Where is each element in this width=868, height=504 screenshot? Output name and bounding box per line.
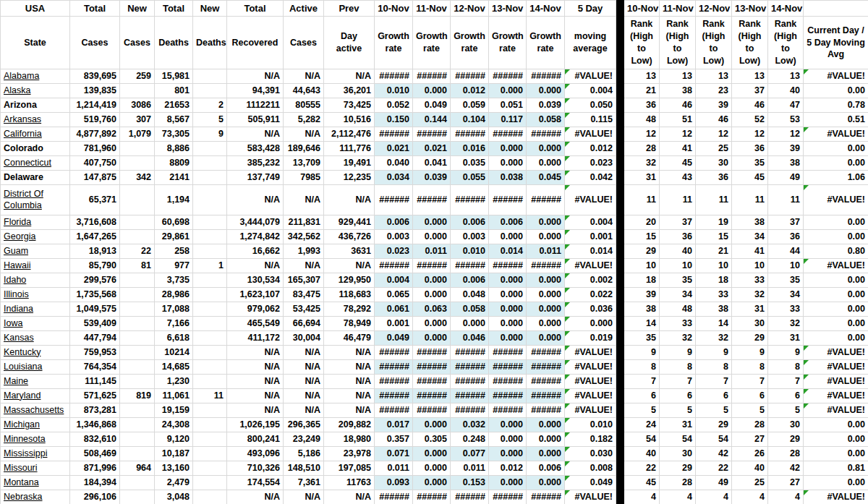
cell-rank-13-nov[interactable]: 29	[732, 331, 768, 346]
cell-new-deaths[interactable]	[193, 142, 227, 156]
cell-prev-day-active[interactable]: 436,726	[324, 230, 375, 244]
cell-new-deaths[interactable]	[193, 490, 227, 504]
cell-total-cases[interactable]: 759,953	[70, 346, 120, 360]
cell-current-ratio[interactable]: #VALUE!	[804, 389, 868, 403]
cell-rank-12-nov[interactable]: 46	[696, 113, 732, 127]
cell-growth-10-nov[interactable]: 0.071	[375, 447, 413, 461]
cell-moving-average[interactable]: 0.004	[565, 84, 616, 98]
cell-new-cases[interactable]	[120, 273, 155, 288]
header-growth-11-nov[interactable]: 11-Nov	[413, 1, 451, 17]
cell-rank-10-nov[interactable]: 18	[624, 273, 660, 288]
cell-growth-13-nov[interactable]: 0.117	[489, 113, 527, 127]
cell-total-recovered[interactable]: 710,326	[227, 461, 284, 476]
cell-total-deaths[interactable]: 15,981	[155, 69, 193, 84]
cell-rank-10-nov[interactable]: 48	[624, 113, 660, 127]
cell-growth-14-nov[interactable]: 0.000	[527, 331, 565, 346]
cell-new-cases[interactable]	[120, 432, 155, 447]
cell-total-recovered[interactable]: 505,911	[227, 113, 284, 127]
cell-new-deaths[interactable]	[193, 171, 227, 185]
cell-rank-10-nov[interactable]: 11	[624, 185, 660, 215]
cell-current-ratio[interactable]: #VALUE!	[804, 69, 868, 84]
cell-current-ratio[interactable]: 0.81	[804, 461, 868, 476]
cell-current-ratio[interactable]: 0.00	[804, 302, 868, 317]
cell-moving-average[interactable]: #VALUE!	[565, 490, 616, 504]
cell-new-cases[interactable]	[120, 360, 155, 375]
cell-state[interactable]: Florida	[1, 215, 70, 230]
cell-new-cases[interactable]	[120, 215, 155, 230]
cell-rank-10-nov[interactable]: 12	[624, 127, 660, 142]
cell-new-cases[interactable]	[120, 331, 155, 346]
cell-growth-12-nov[interactable]: ######	[451, 69, 489, 84]
cell-moving-average[interactable]: 0.014	[565, 244, 616, 259]
cell-rank-10-nov[interactable]: 39	[624, 288, 660, 302]
cell-active-cases[interactable]: 13,709	[284, 156, 324, 171]
cell-rank-13-nov[interactable]: 5	[732, 403, 768, 418]
cell-growth-10-nov[interactable]: ######	[375, 360, 413, 375]
cell-moving-average[interactable]: #VALUE!	[565, 389, 616, 403]
cell-rank-11-nov[interactable]: 34	[660, 288, 696, 302]
cell-moving-average[interactable]: #VALUE!	[565, 360, 616, 375]
cell-total-recovered[interactable]: 174,554	[227, 476, 284, 490]
header-growth-13-nov[interactable]: Growth rate	[489, 17, 527, 69]
cell-total-cases[interactable]: 4,877,892	[70, 127, 120, 142]
cell-total-recovered[interactable]: 3,444,079	[227, 215, 284, 230]
cell-prev-day-active[interactable]: N/A	[324, 375, 375, 389]
cell-growth-12-nov[interactable]: 0.153	[451, 476, 489, 490]
cell-rank-12-nov[interactable]: 15	[696, 230, 732, 244]
cell-current-ratio[interactable]: 0.00	[804, 142, 868, 156]
cell-total-deaths[interactable]: 17,088	[155, 302, 193, 317]
cell-moving-average[interactable]: #VALUE!	[565, 403, 616, 418]
cell-growth-11-nov[interactable]: 0.000	[413, 230, 451, 244]
cell-total-deaths[interactable]: 13,160	[155, 461, 193, 476]
cell-state[interactable]: Massachusetts	[1, 403, 70, 418]
cell-current-ratio[interactable]: #VALUE!	[804, 360, 868, 375]
cell-total-cases[interactable]: 296,106	[70, 490, 120, 504]
cell-growth-12-nov[interactable]: ######	[451, 346, 489, 360]
cell-active-cases[interactable]: 53,425	[284, 302, 324, 317]
cell-rank-13-nov[interactable]: 37	[732, 84, 768, 98]
header-current-ratio[interactable]: Current Day / 5 Day Moving Avg	[804, 17, 868, 69]
cell-growth-14-nov[interactable]: 0.000	[527, 302, 565, 317]
cell-total-deaths[interactable]: 3,735	[155, 273, 193, 288]
cell-rank-12-nov[interactable]: 21	[696, 244, 732, 259]
cell-total-recovered[interactable]: 493,096	[227, 447, 284, 461]
cell-current-ratio[interactable]: 0.00	[804, 215, 868, 230]
cell-active-cases[interactable]: N/A	[284, 360, 324, 375]
cell-rank-12-nov[interactable]: 9	[696, 346, 732, 360]
cell-rank-10-nov[interactable]: 36	[624, 98, 660, 113]
cell-rank-14-nov[interactable]: 8	[768, 360, 804, 375]
cell-rank-12-nov[interactable]: 42	[696, 447, 732, 461]
header-moving-average[interactable]: moving average	[565, 17, 616, 69]
cell-current-ratio[interactable]: 0.00	[804, 418, 868, 432]
cell-total-cases[interactable]: 873,281	[70, 403, 120, 418]
cell-growth-13-nov[interactable]: ######	[489, 185, 527, 215]
cell-growth-14-nov[interactable]: 0.006	[527, 461, 565, 476]
cell-total-deaths[interactable]: 10,187	[155, 447, 193, 461]
cell-rank-14-nov[interactable]: 36	[768, 230, 804, 244]
cell-total-cases[interactable]: 147,875	[70, 171, 120, 185]
header-total-cases[interactable]: Total	[70, 1, 120, 17]
cell-current-ratio[interactable]: 0.00	[804, 432, 868, 447]
cell-rank-13-nov[interactable]: 32	[732, 288, 768, 302]
cell-prev-day-active[interactable]: N/A	[324, 403, 375, 418]
cell-rank-11-nov[interactable]: 10	[660, 259, 696, 273]
cell-new-cases[interactable]	[120, 156, 155, 171]
cell-prev-day-active[interactable]: N/A	[324, 490, 375, 504]
cell-growth-13-nov[interactable]: 0.051	[489, 98, 527, 113]
cell-total-recovered[interactable]: N/A	[227, 185, 284, 215]
cell-growth-10-nov[interactable]: 0.010	[375, 84, 413, 98]
cell-new-cases[interactable]	[120, 447, 155, 461]
cell-growth-11-nov[interactable]: ######	[413, 490, 451, 504]
cell-rank-10-nov[interactable]: 4	[624, 490, 660, 504]
cell-rank-12-nov[interactable]: 30	[696, 156, 732, 171]
cell-moving-average[interactable]: 0.023	[565, 156, 616, 171]
cell-growth-14-nov[interactable]: 0.011	[527, 244, 565, 259]
cell-prev-day-active[interactable]: 111,776	[324, 142, 375, 156]
cell-growth-13-nov[interactable]: 0.012	[489, 461, 527, 476]
cell-new-deaths[interactable]	[193, 288, 227, 302]
cell-rank-13-nov[interactable]: 4	[732, 490, 768, 504]
cell-total-recovered[interactable]: N/A	[227, 375, 284, 389]
cell-growth-10-nov[interactable]: ######	[375, 185, 413, 215]
cell-rank-12-nov[interactable]: 13	[696, 69, 732, 84]
cell-rank-13-nov[interactable]: 45	[732, 171, 768, 185]
